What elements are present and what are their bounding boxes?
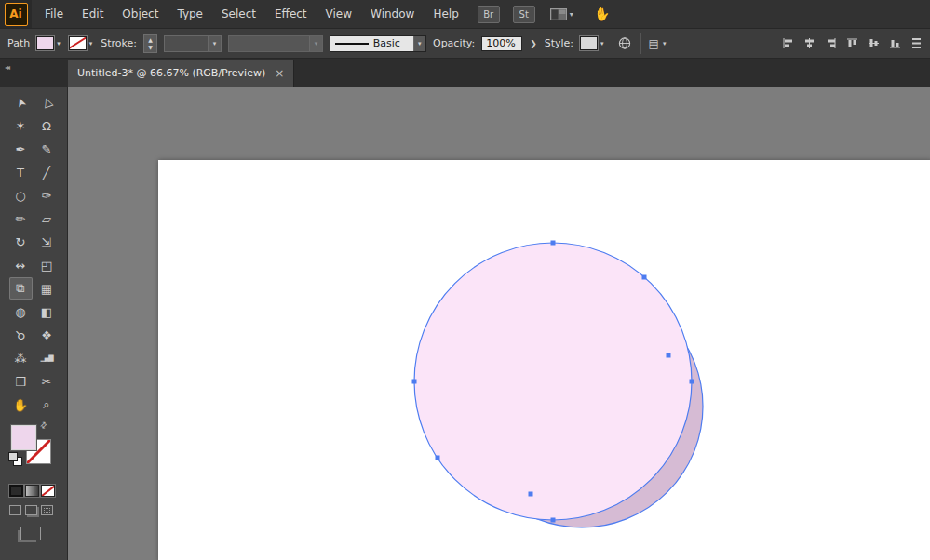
blend-tool[interactable]: ❖ — [35, 324, 59, 346]
gradient-tool[interactable]: ◧ — [35, 300, 59, 323]
anchor-point[interactable] — [551, 241, 556, 246]
draw-inside-button[interactable] — [41, 505, 53, 515]
draw-behind-button[interactable] — [25, 505, 37, 515]
perspective-grid-tool[interactable]: ▦ — [35, 277, 59, 300]
stroke-label: Stroke: — [101, 37, 137, 49]
pencil-tool[interactable]: ✏ — [9, 207, 33, 230]
front-shape[interactable] — [414, 243, 692, 520]
line-segment-tool[interactable]: ╱ — [35, 161, 59, 183]
tools-grid: ➤▷✶Ω✒✎T╱○✑✏▱↻⇲↭◰⧉▦◍◧⚲❖⁂▁▄▇❒✂✋⌕ — [0, 87, 67, 416]
menu-window[interactable]: Window — [361, 0, 424, 28]
direct-selection-tool-icon: ▷ — [38, 96, 55, 110]
gradient-button[interactable] — [25, 485, 39, 497]
menu-select[interactable]: Select — [212, 0, 265, 28]
pen-tool[interactable]: ✒ — [9, 138, 33, 160]
stroke-color-dropdown[interactable]: ▾ — [69, 36, 95, 50]
menu-view[interactable]: View — [317, 0, 361, 28]
default-stroke-mini-swatch — [8, 452, 18, 461]
stroke-weight-stepper[interactable]: ▲ ▼ — [143, 34, 157, 53]
hand-tool-icon: ✋ — [13, 398, 28, 412]
align-horizontal-left-button[interactable] — [781, 37, 794, 50]
ellipse-tool[interactable]: ○ — [9, 184, 33, 207]
hand-tool[interactable]: ✋ — [9, 393, 33, 416]
anchor-point[interactable] — [412, 380, 417, 384]
menu-file[interactable]: File — [35, 0, 73, 28]
lasso-tool[interactable]: Ω — [35, 114, 59, 137]
curvature-tool-icon: ✎ — [42, 142, 52, 156]
anchor-point[interactable] — [436, 456, 440, 460]
curvature-tool[interactable]: ✎ — [35, 138, 59, 160]
type-tool[interactable]: T — [9, 161, 33, 183]
distribute-vertical-button[interactable] — [910, 37, 923, 50]
align-vertical-bottom-button[interactable] — [888, 37, 901, 50]
align-vertical-top-button[interactable] — [845, 37, 858, 50]
fill-indicator-swatch[interactable] — [11, 425, 36, 450]
stepper-up-icon[interactable]: ▲ — [148, 36, 153, 44]
anchor-point[interactable] — [690, 380, 694, 384]
eraser-tool[interactable]: ▱ — [35, 207, 59, 230]
rotate-tool-icon: ↻ — [16, 235, 26, 249]
chevron-down-icon: ▾ — [570, 10, 573, 19]
document-tab[interactable]: Untitled-3* @ 66.67% (RGB/Preview) × — [68, 60, 294, 87]
column-graph-tool[interactable]: ▁▄▇ — [35, 347, 59, 369]
anchor-point[interactable] — [551, 518, 556, 523]
align-horizontal-right-button[interactable] — [824, 37, 837, 50]
menu-type[interactable]: Type — [168, 0, 212, 28]
menu-object[interactable]: Object — [113, 0, 168, 28]
workspace-switcher[interactable]: ▾ — [550, 8, 573, 20]
none-button[interactable] — [41, 485, 55, 497]
pencil-tool-icon: ✏ — [16, 212, 26, 226]
selection-tool[interactable]: ➤ — [9, 91, 33, 113]
fill-color-swatch — [36, 36, 54, 50]
default-fill-stroke-button[interactable] — [8, 452, 21, 465]
color-button[interactable] — [9, 485, 23, 497]
magic-wand-tool[interactable]: ✶ — [9, 114, 33, 137]
symbol-sprayer-tool[interactable]: ⁂ — [9, 347, 33, 369]
screen-mode-button[interactable] — [20, 527, 41, 540]
stroke-none-swatch — [69, 36, 87, 50]
menu-effect[interactable]: Effect — [265, 0, 317, 28]
ellipse-tool-icon: ○ — [15, 189, 25, 203]
brush-definition-dropdown[interactable]: Basic ▾ — [330, 35, 426, 52]
swap-fill-stroke-icon[interactable]: ⇄ — [38, 420, 49, 431]
rotate-tool[interactable]: ↻ — [9, 231, 33, 253]
menu-help[interactable]: Help — [424, 0, 467, 28]
shape-builder-tool[interactable]: ⧉ — [9, 277, 33, 300]
stepper-down-icon[interactable]: ▼ — [148, 44, 153, 51]
anchor-point[interactable] — [667, 353, 671, 358]
align-vertical-center-button[interactable] — [867, 37, 880, 50]
stock-button[interactable]: St — [513, 6, 535, 23]
anchor-point[interactable] — [529, 492, 533, 497]
opacity-input[interactable]: 100% — [481, 36, 522, 51]
slice-tool[interactable]: ✂ — [35, 370, 59, 393]
brush-name-label: Basic — [373, 37, 413, 49]
direct-selection-tool[interactable]: ▷ — [35, 91, 59, 113]
opacity-menu-chevron[interactable]: ❯ — [529, 39, 538, 48]
scale-tool[interactable]: ⇲ — [35, 231, 59, 253]
mesh-tool[interactable]: ◍ — [9, 300, 33, 323]
recolor-artwork-button[interactable] — [618, 37, 631, 50]
canvas[interactable] — [68, 87, 930, 560]
free-transform-tool[interactable]: ◰ — [35, 254, 59, 276]
fill-color-dropdown[interactable]: ▾ — [36, 36, 62, 50]
align-horizontal-center-button[interactable] — [802, 37, 815, 50]
anchor-point[interactable] — [642, 275, 647, 280]
style-dropdown[interactable]: ▾ — [580, 36, 606, 50]
zoom-tool[interactable]: ⌕ — [35, 393, 59, 416]
panel-collapse-button[interactable]: ◂◂ — [0, 59, 68, 87]
artboard-tool[interactable]: ❒ — [9, 370, 33, 393]
eyedropper-tool[interactable]: ⚲ — [9, 324, 33, 346]
draw-normal-button[interactable] — [9, 505, 21, 515]
bridge-button[interactable]: Br — [478, 6, 500, 23]
paintbrush-tool[interactable]: ✑ — [35, 184, 59, 207]
close-icon[interactable]: × — [275, 68, 284, 79]
style-label: Style: — [545, 37, 573, 49]
illustrator-logo-glyph: Ai — [5, 3, 28, 26]
artboard-tool-icon: ❒ — [15, 375, 26, 389]
menu-edit[interactable]: Edit — [73, 0, 113, 28]
document-setup-button[interactable]: ▤ ▾ — [649, 37, 668, 50]
stroke-weight-dropdown[interactable]: ▾ — [164, 35, 222, 52]
touch-workspace-icon[interactable]: ✋ — [593, 6, 612, 22]
width-tool-icon: ↭ — [16, 259, 26, 273]
width-tool[interactable]: ↭ — [9, 254, 33, 276]
